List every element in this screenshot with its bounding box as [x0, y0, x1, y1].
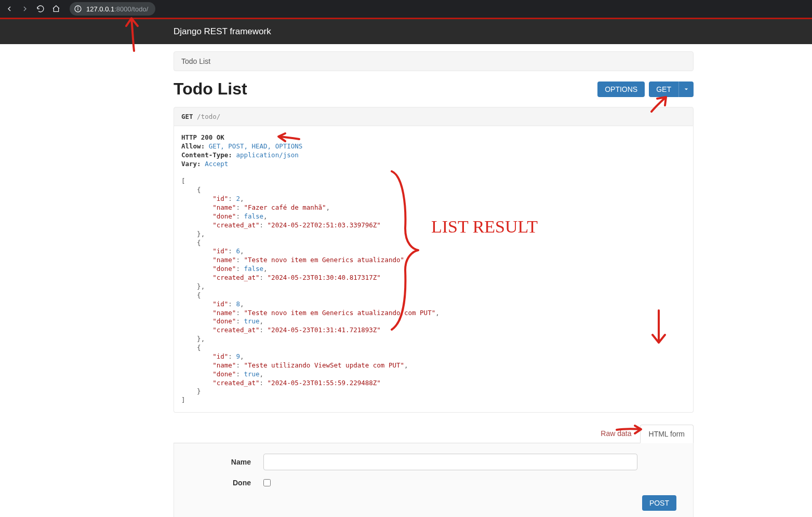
vary-label: Vary: — [181, 160, 201, 168]
reload-icon[interactable] — [35, 4, 46, 14]
request-path: /todo/ — [197, 113, 220, 120]
response-body: [ { "id": 2, "name": "Fazer café de manh… — [181, 169, 686, 405]
post-button[interactable]: POST — [642, 495, 676, 511]
vary-value: Accept — [205, 160, 228, 168]
url-rest: :8000/todo/ — [114, 5, 148, 13]
info-icon — [74, 5, 82, 13]
done-checkbox[interactable] — [263, 479, 271, 486]
done-field-label: Done — [174, 479, 263, 487]
content-type-value: application/json — [236, 151, 298, 159]
tab-html-form[interactable]: HTML form — [640, 425, 694, 443]
forward-icon[interactable] — [20, 4, 30, 14]
status-line: HTTP 200 OK — [181, 133, 224, 141]
request-box: GET /todo/ — [174, 107, 694, 126]
form-tabs: Raw data HTML form — [174, 424, 694, 443]
url-bar[interactable]: 127.0.0.1:8000/todo/ — [70, 2, 155, 16]
breadcrumb[interactable]: Todo List — [174, 51, 694, 71]
request-method: GET — [181, 113, 193, 120]
allow-value: GET, POST, HEAD, OPTIONS — [209, 142, 303, 150]
svg-point-2 — [78, 7, 78, 7]
brand-link[interactable]: Django REST framework — [174, 26, 271, 37]
get-button[interactable]: GET — [649, 81, 678, 97]
allow-label: Allow: — [181, 142, 205, 150]
page-title: Todo List — [174, 79, 247, 99]
options-button[interactable]: OPTIONS — [597, 81, 645, 97]
content-type-label: Content-Type: — [181, 151, 232, 159]
name-field[interactable] — [263, 454, 637, 470]
app-navbar: Django REST framework — [0, 19, 812, 44]
back-icon[interactable] — [4, 4, 15, 14]
form-panel: Name Done POST — [174, 443, 694, 517]
browser-toolbar: 127.0.0.1:8000/todo/ — [0, 0, 812, 18]
response-box: HTTP 200 OK Allow: GET, POST, HEAD, OPTI… — [174, 126, 694, 413]
home-icon[interactable] — [51, 4, 61, 14]
main-container: Todo List Todo List OPTIONS GET GET /tod… — [174, 44, 694, 517]
get-dropdown-toggle[interactable] — [678, 81, 694, 97]
url-host: 127.0.0.1 — [86, 5, 114, 13]
tab-raw-data[interactable]: Raw data — [592, 425, 640, 443]
name-field-label: Name — [174, 458, 263, 466]
